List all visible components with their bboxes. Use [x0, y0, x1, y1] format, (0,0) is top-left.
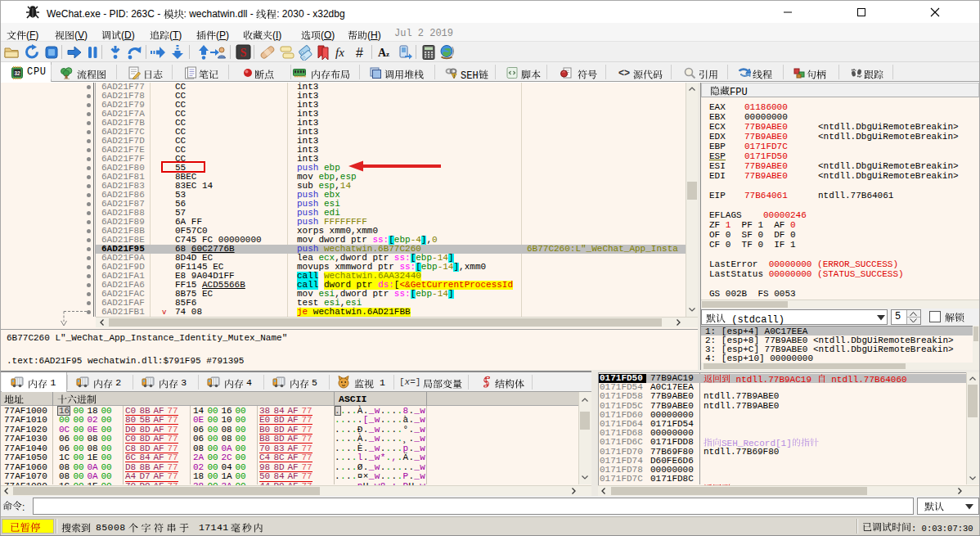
svg-text:S: S — [241, 47, 247, 59]
svg-text:<>: <> — [618, 67, 630, 79]
svg-text:#: # — [356, 46, 363, 60]
svg-text:32: 32 — [14, 70, 20, 76]
svg-text:fx: fx — [335, 46, 344, 59]
svg-text:z: z — [386, 50, 389, 58]
